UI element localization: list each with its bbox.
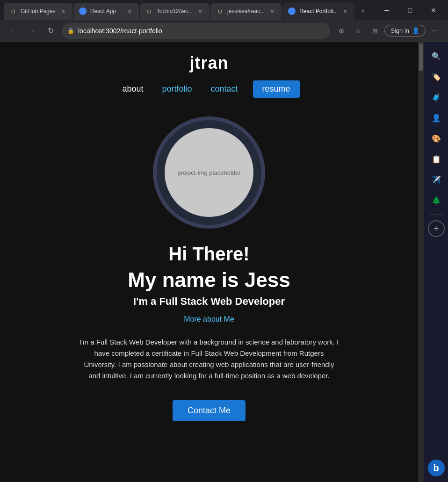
tab-label-2: React App xyxy=(90,8,116,14)
tab-favicon-3: ⬡ xyxy=(145,7,153,15)
scrollbar-thumb[interactable] xyxy=(419,43,423,71)
page-content: jtran about portfolio contact resume pro… xyxy=(0,42,418,482)
bing-add-button[interactable]: + xyxy=(428,220,445,237)
bing-search-icon[interactable]: 🔍 xyxy=(428,48,445,65)
account-icon: 👤 xyxy=(412,27,419,34)
close-button[interactable]: ✕ xyxy=(423,3,444,18)
scrollbar[interactable] xyxy=(418,42,424,482)
bing-send-icon[interactable]: ✈️ xyxy=(428,171,445,188)
bio-text: I'm a Full Stack Web Developer with a ba… xyxy=(69,337,349,381)
bing-tag-icon[interactable]: 🏷️ xyxy=(428,68,445,85)
lock-icon: 🔒 xyxy=(67,28,74,34)
profile-icon[interactable]: ⊕ xyxy=(334,23,349,38)
tab-react-portfolio[interactable]: React Portfoli... ✕ xyxy=(282,3,354,20)
tab-label-1: GitHub Pages xyxy=(21,8,56,14)
new-tab-button[interactable]: + xyxy=(355,3,370,20)
tab-favicon-4: ⬡ xyxy=(216,7,224,15)
address-bar[interactable]: 🔒 xyxy=(62,23,330,39)
settings-icon[interactable]: ⋯ xyxy=(427,23,442,38)
minimize-button[interactable]: ─ xyxy=(376,3,397,18)
tab-favicon-1: ⬡ xyxy=(9,7,17,15)
profile-image-placeholder: project-img placeholder xyxy=(177,169,240,176)
tab-react-app[interactable]: React App ✕ xyxy=(73,3,139,20)
tab-close-5[interactable]: ✕ xyxy=(341,7,349,15)
forward-button[interactable]: → xyxy=(24,23,39,38)
bing-office-icon[interactable]: 📋 xyxy=(428,151,445,167)
refresh-button[interactable]: ↻ xyxy=(43,23,58,38)
window-controls: ─ □ ✕ xyxy=(376,3,444,20)
site-title: jtran xyxy=(189,53,228,73)
tab-close-1[interactable]: ✕ xyxy=(59,7,67,15)
favorites-icon[interactable]: ☆ xyxy=(351,23,366,38)
name-text: My name is Jess xyxy=(128,268,290,292)
subtitle-text: I'm a Full Stack Web Developer xyxy=(133,295,285,308)
bing-colorful-icon[interactable]: 🎨 xyxy=(428,130,445,147)
collections-icon[interactable]: ⊞ xyxy=(368,23,383,38)
tab-close-3[interactable]: ✕ xyxy=(196,7,204,15)
sign-in-button[interactable]: Sign in 👤 xyxy=(384,25,426,36)
nav-portfolio[interactable]: portfolio xyxy=(158,82,195,96)
toolbar-actions: ⊕ ☆ ⊞ Sign in 👤 ⋯ xyxy=(334,23,442,38)
nav-links: about portfolio contact resume xyxy=(118,80,299,98)
maximize-button[interactable]: □ xyxy=(399,3,421,18)
more-about-link[interactable]: More about Me xyxy=(184,315,234,324)
back-button[interactable]: ← xyxy=(6,23,21,38)
tab-favicon-5 xyxy=(288,7,296,15)
tab-label-4: jessikea/reac... xyxy=(227,8,265,14)
tab-close-4[interactable]: ✕ xyxy=(268,7,276,15)
sidebar-divider xyxy=(429,214,444,215)
tab-label-3: Tochio12/tec... xyxy=(157,8,193,14)
browser-toolbar: ← → ↻ 🔒 ⊕ ☆ ⊞ Sign in 👤 ⋯ xyxy=(0,20,448,42)
tab-github-pages[interactable]: ⬡ GitHub Pages ✕ xyxy=(4,3,72,20)
tab-label-5: React Portfoli... xyxy=(299,8,338,14)
tab-bar: ⬡ GitHub Pages ✕ React App ✕ ⬡ Tochio12/… xyxy=(0,0,448,20)
nav-resume-button[interactable]: resume xyxy=(253,80,300,98)
bing-main-button[interactable]: b xyxy=(428,460,445,476)
nav-about[interactable]: about xyxy=(118,82,147,96)
browser-content: jtran about portfolio contact resume pro… xyxy=(0,42,448,482)
address-input[interactable] xyxy=(78,27,325,35)
bing-tree-icon[interactable]: 🌲 xyxy=(428,192,445,209)
tab-close-2[interactable]: ✕ xyxy=(126,7,133,15)
bing-bag-icon[interactable]: 🧳 xyxy=(428,89,445,106)
tab-favicon-2 xyxy=(79,7,87,15)
hero-section: project-img placeholder Hi There! My nam… xyxy=(69,101,349,447)
greeting-text: Hi There! xyxy=(168,244,249,265)
nav-contact[interactable]: contact xyxy=(207,82,242,96)
tab-tochio[interactable]: ⬡ Tochio12/tec... ✕ xyxy=(140,3,210,20)
profile-image-outer: project-img placeholder xyxy=(153,116,265,229)
bing-person-icon[interactable]: 👤 xyxy=(428,109,445,126)
sign-in-label: Sign in xyxy=(390,27,409,34)
site-navigation: jtran about portfolio contact resume xyxy=(0,42,418,101)
contact-button[interactable]: Contact Me xyxy=(173,400,246,421)
bing-sidebar: 🔍 🏷️ 🧳 👤 🎨 📋 ✈️ 🌲 + b xyxy=(424,42,448,482)
profile-image-inner: project-img placeholder xyxy=(165,128,253,217)
tab-jessikea[interactable]: ⬡ jessikea/reac... ✕ xyxy=(210,3,282,20)
